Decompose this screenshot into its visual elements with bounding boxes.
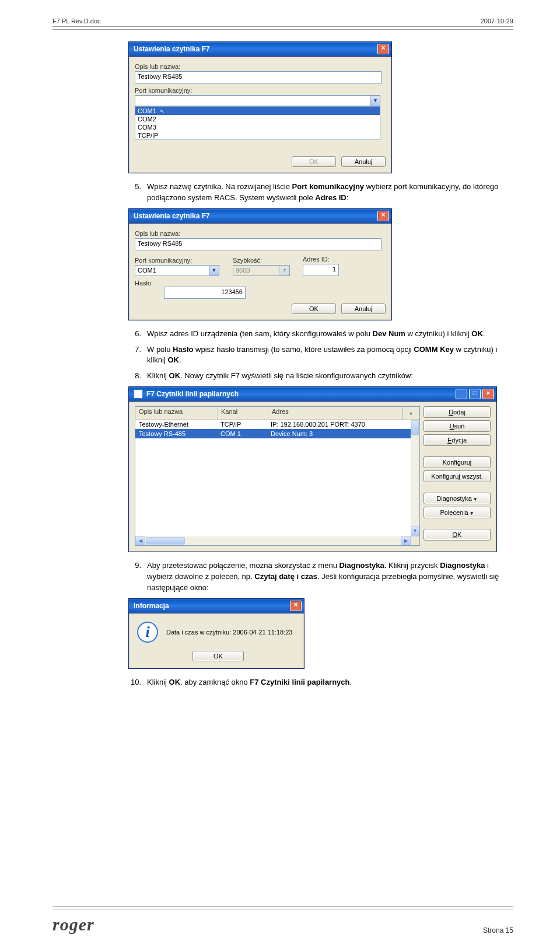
ok-button[interactable]: OK — [292, 304, 336, 314]
window-title: F7 Czytniki linii papilarnych — [146, 390, 239, 398]
col-adres[interactable]: Adres — [268, 407, 402, 419]
scroll-right-icon[interactable]: ▶ — [401, 536, 411, 545]
opis-field[interactable]: Testowy RS485 — [135, 71, 382, 83]
vertical-scrollbar[interactable]: ▼ — [411, 420, 419, 536]
col-opis[interactable]: Opis lub nazwa — [135, 407, 218, 419]
titlebar[interactable]: F7 Czytniki linii papilarnych _ □ × — [129, 387, 496, 402]
titlebar[interactable]: Ustawienia czytnika F7 × — [129, 209, 391, 224]
port-combo[interactable]: ▼ COM1↖ COM2 COM3 TCP/IP — [135, 95, 380, 106]
readers-list-window: F7 Czytniki linii papilarnych _ □ × Opis… — [128, 386, 497, 552]
scroll-corner — [411, 536, 419, 545]
horizontal-scrollbar[interactable]: ◀ ▶ — [135, 536, 411, 545]
step-9: 9. Aby przetestować połączenie, można sk… — [128, 560, 502, 594]
close-icon[interactable]: × — [377, 211, 389, 221]
step-num: 5. — [128, 182, 141, 204]
side-buttons: Dodaj Usuń Edycja Konfiguruj Konfiguruj … — [424, 406, 491, 546]
szybkosc-combo[interactable]: 9600 ▼ — [233, 265, 290, 276]
edit-button[interactable]: Edycja — [424, 434, 491, 446]
header-right: 2007-10-29 — [481, 18, 513, 25]
window-title: Informacja — [134, 602, 169, 610]
port-combo-value[interactable] — [135, 95, 380, 106]
grid-header: Opis lub nazwa Kanał Adres ▲ — [135, 407, 419, 420]
scroll-thumb[interactable] — [146, 537, 185, 545]
haslo-label: Hasło: — [135, 280, 153, 287]
close-icon[interactable]: × — [482, 389, 494, 399]
chevron-down-icon[interactable]: ▼ — [370, 96, 380, 106]
header-left: F7 PL Rev.D.doc — [52, 18, 101, 25]
window-title: Ustawienia czytnika F7 — [134, 212, 210, 220]
opis-label: Opis lub nazwa: — [135, 230, 386, 237]
titlebar[interactable]: Ustawienia czytnika F7 × — [129, 42, 391, 57]
port-label: Port komunikacyjny: — [135, 87, 386, 94]
scroll-up-icon[interactable]: ▲ — [402, 407, 419, 419]
scroll-left-icon[interactable]: ◀ — [135, 536, 145, 545]
table-row[interactable]: Testowy RS-485 COM 1 Device Num: 3 — [135, 429, 419, 438]
step-6: 6. Wpisz adres ID urządzenia (ten sam, k… — [128, 329, 502, 340]
app-icon — [134, 389, 143, 399]
titlebar[interactable]: Informacja × — [129, 599, 304, 613]
cancel-button[interactable]: Anuluj — [341, 304, 386, 314]
maximize-icon[interactable]: □ — [469, 389, 481, 399]
table-row[interactable]: Testowy-Ethernet TCP/IP IP: 192.168.000.… — [135, 420, 419, 429]
port-option-com3[interactable]: COM3 — [135, 123, 380, 131]
close-icon[interactable]: × — [290, 601, 302, 611]
minimize-icon[interactable]: _ — [456, 389, 467, 399]
chevron-down-icon: ▼ — [473, 497, 478, 502]
cursor-icon: ↖ — [160, 108, 164, 114]
adres-label: Adres ID: — [303, 256, 349, 263]
chevron-down-icon[interactable]: ▼ — [279, 266, 289, 276]
settings-window-filled: Ustawienia czytnika F7 × Opis lub nazwa:… — [128, 208, 392, 320]
ok-button[interactable]: OK — [192, 651, 244, 661]
ok-button[interactable]: OK — [292, 156, 336, 167]
page-header: F7 PL Rev.D.doc 2007-10-29 — [52, 18, 513, 27]
close-icon[interactable]: × — [377, 44, 389, 54]
step-7: 7. W polu Hasło wpisz hasło transmisji (… — [128, 344, 502, 367]
footer-logo: roger — [52, 915, 94, 934]
port-option-tcpip[interactable]: TCP/IP — [135, 131, 380, 140]
settings-window-open-combo: Ustawienia czytnika F7 × Opis lub nazwa:… — [128, 41, 392, 173]
opis-label: Opis lub nazwa: — [135, 63, 386, 70]
col-kanal[interactable]: Kanał — [218, 407, 268, 419]
scroll-down-icon[interactable]: ▼ — [411, 526, 419, 536]
commands-button[interactable]: Polecenia▼ — [424, 507, 491, 518]
port-value[interactable]: COM1 — [135, 265, 219, 276]
step-5: 5. Wpisz nazwę czytnika. Na rozwijanej l… — [128, 182, 502, 204]
step-10: 10. Kliknij OK, aby zamknąć okno F7 Czyt… — [128, 677, 502, 688]
chevron-down-icon[interactable]: ▼ — [209, 266, 219, 276]
delete-button[interactable]: Usuń — [424, 420, 491, 432]
port-label: Port komunikacyjny: — [135, 257, 221, 264]
ok-button[interactable]: OK — [424, 529, 491, 540]
adres-field[interactable]: 1 — [303, 264, 339, 276]
step-8: 8. Kliknij OK. Nowy czytnik F7 wyświetli… — [128, 371, 502, 382]
add-button[interactable]: Dodaj — [424, 406, 491, 418]
window-title: Ustawienia czytnika F7 — [134, 45, 210, 53]
readers-grid: Opis lub nazwa Kanał Adres ▲ Testowy-Eth… — [135, 406, 420, 546]
configure-all-button[interactable]: Konfiguruj wszyst. — [424, 470, 491, 482]
page-number: Strona 15 — [483, 926, 513, 934]
port-option-com2[interactable]: COM2 — [135, 115, 380, 123]
opis-field[interactable]: Testowy RS485 — [135, 238, 382, 250]
port-option-com1[interactable]: COM1↖ — [135, 107, 380, 115]
haslo-field[interactable]: 123456 — [164, 287, 246, 299]
info-message: Data i czas w czytniku: 2006-04-21 11:18… — [166, 629, 292, 636]
chevron-down-icon: ▼ — [470, 511, 474, 516]
cancel-button[interactable]: Anuluj — [341, 156, 386, 167]
info-icon: i — [137, 622, 158, 643]
info-dialog: Informacja × i Data i czas w czytniku: 2… — [128, 598, 304, 669]
szybkosc-label: Szybkość: — [233, 257, 291, 264]
scroll-thumb[interactable] — [411, 420, 419, 435]
configure-button[interactable]: Konfiguruj — [424, 456, 491, 468]
port-combo[interactable]: COM1 ▼ — [135, 265, 219, 276]
port-dropdown: COM1↖ COM2 COM3 TCP/IP — [135, 106, 380, 140]
diagnostics-button[interactable]: Diagnostyka▼ — [424, 493, 491, 504]
